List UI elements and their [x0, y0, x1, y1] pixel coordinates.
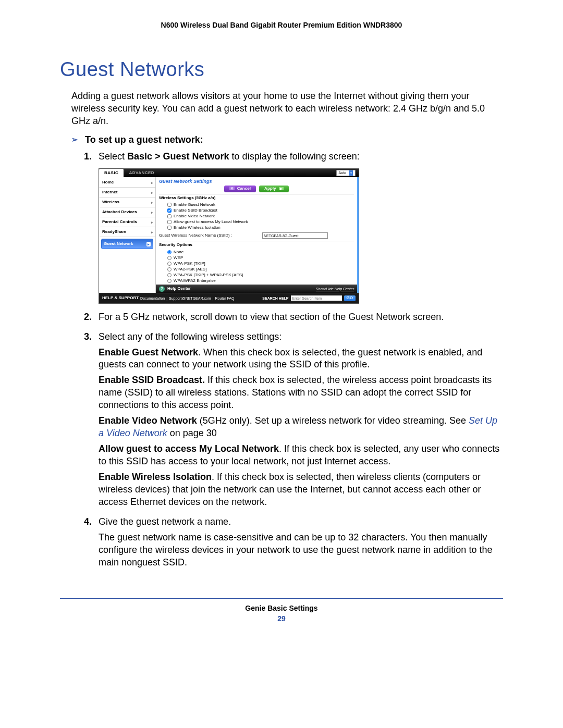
support-link-email[interactable]: Support@NETGEAR.com	[169, 296, 211, 301]
security-label: Security Options	[156, 241, 357, 249]
support-link-faq[interactable]: Router FAQ	[215, 296, 234, 301]
radio-wep[interactable]: WEP	[167, 255, 354, 261]
step-1-bold: Basic > Guest Network	[127, 151, 229, 162]
cb-enable-guest[interactable]: Enable Guest Network	[167, 202, 354, 207]
search-help-label: SEARCH HELP	[262, 296, 288, 301]
document-footer: Genie Basic Settings	[60, 604, 503, 612]
caret-right-icon: ▸	[151, 180, 153, 185]
sidebar-item-attached[interactable]: Attached Devices▸	[99, 207, 155, 217]
main-panel: Guest Network Settings Cancel Apply Wire…	[156, 177, 359, 293]
support-bar: HELP & SUPPORT Documentation| Support@NE…	[99, 293, 359, 303]
sidebar-item-wireless[interactable]: Wireless▸	[99, 198, 155, 207]
chevron-down-icon: ▾	[349, 170, 353, 176]
tab-advanced[interactable]: ADVANCED	[124, 169, 160, 177]
sidebar-item-internet[interactable]: Internet▸	[99, 188, 155, 198]
section-title: Guest Networks	[60, 58, 503, 81]
cb-enable-iso[interactable]: Enable Wireless Isolation	[167, 225, 354, 230]
support-label: HELP & SUPPORT	[102, 295, 139, 301]
caret-right-icon: ▸	[151, 200, 153, 205]
sidebar: Home▸ Internet▸ Wireless▸ Attached Devic…	[99, 177, 156, 293]
sidebar-item-parental[interactable]: Parental Controls▸	[99, 217, 155, 227]
cb-enable-ssid[interactable]: Enable SSID Broadcast	[167, 207, 354, 213]
toggle-help-link[interactable]: Show/Hide Help Center	[316, 287, 354, 291]
cancel-button[interactable]: Cancel	[224, 186, 256, 192]
step-4: Give the guest network a name. The guest…	[84, 516, 503, 569]
caret-right-icon: ▸	[151, 190, 153, 195]
page-number: 29	[60, 614, 503, 623]
radio-wpa-ent[interactable]: WPA/WPA2 Enterprise	[167, 278, 354, 283]
refresh-select-label: Auto	[339, 170, 346, 176]
help-center-label[interactable]: Help Center	[167, 286, 191, 291]
sidebar-item-guest-network[interactable]: Guest Network▸	[101, 239, 153, 249]
refresh-select[interactable]: Auto▾	[336, 170, 356, 176]
radio-wpa-mix[interactable]: WPA-PSK [TKIP] + WPA2-PSK [AES]	[167, 272, 354, 278]
apply-button[interactable]: Apply	[259, 186, 289, 192]
ssid-input[interactable]	[262, 232, 328, 239]
step-1-suffix: to display the following screen:	[229, 151, 360, 162]
task-heading: ➢ To set up a guest network:	[71, 134, 503, 145]
caret-right-icon: ▸	[151, 220, 153, 225]
tab-bar: BASIC ADVANCED Auto▾	[99, 169, 359, 177]
cb-enable-video[interactable]: Enable Video Network	[167, 213, 354, 219]
radio-wpa2-aes[interactable]: WPA2-PSK [AES]	[167, 266, 354, 272]
footer-separator	[60, 598, 503, 599]
step-2: For a 5 GHz network, scroll down to view…	[84, 311, 503, 324]
task-heading-text: To set up a guest network:	[85, 134, 203, 145]
router-screenshot: BASIC ADVANCED Auto▾ Home▸ Internet▸ Wir…	[99, 168, 359, 303]
sidebar-item-readyshare[interactable]: ReadyShare▸	[99, 227, 155, 237]
step-3: Select any of the following wireless set…	[84, 331, 503, 509]
caret-right-icon: ▸	[151, 230, 153, 235]
caret-right-icon: ▸	[146, 242, 151, 246]
sidebar-item-home[interactable]: Home▸	[99, 178, 155, 188]
step-1: Select Basic > Guest Network to display …	[84, 151, 503, 303]
arrow-icon: ➢	[71, 135, 78, 144]
panel-title: Guest Network Settings	[156, 177, 357, 185]
go-button[interactable]: GO	[344, 295, 356, 301]
intro-paragraph: Adding a guest network allows visitors a…	[71, 90, 503, 127]
section-5g-label: Wireless Settings (5GHz a/n)	[156, 194, 357, 202]
search-help-input[interactable]	[291, 295, 342, 301]
caret-right-icon: ▸	[151, 210, 153, 215]
cb-allow-local[interactable]: Allow guest to access My Local Network	[167, 219, 354, 225]
step-1-prefix: Select	[99, 151, 127, 162]
support-link-docs[interactable]: Documentation	[140, 296, 165, 301]
radio-wpa-tkip[interactable]: WPA-PSK [TKIP]	[167, 261, 354, 266]
tab-basic[interactable]: BASIC	[99, 169, 124, 177]
radio-none[interactable]: None	[167, 249, 354, 255]
document-header: N600 Wireless Dual Band Gigabit Router P…	[60, 21, 503, 29]
help-icon: ?	[159, 286, 165, 292]
ssid-label: Guest Wireless Network Name (SSID) :	[159, 233, 232, 239]
